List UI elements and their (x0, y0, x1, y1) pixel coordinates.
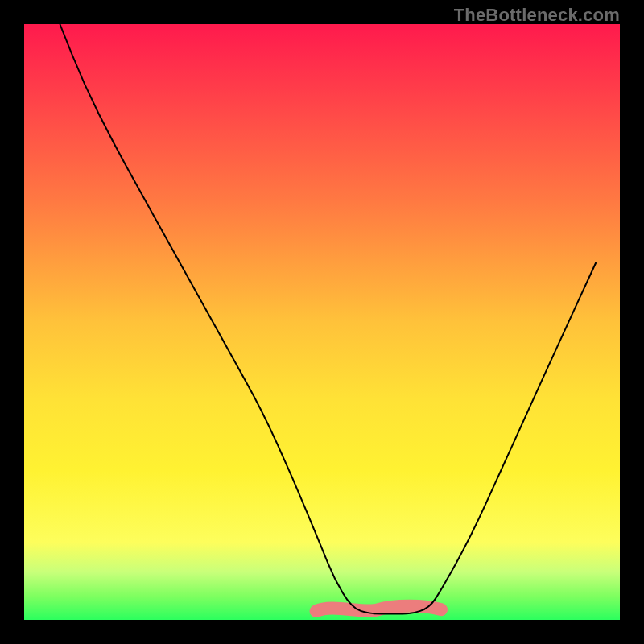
curve-layer (24, 24, 620, 620)
watermark-text: TheBottleneck.com (454, 5, 620, 26)
chart-frame: TheBottleneck.com (0, 0, 644, 644)
bottleneck-curve (60, 24, 596, 614)
plot-area (24, 24, 620, 620)
